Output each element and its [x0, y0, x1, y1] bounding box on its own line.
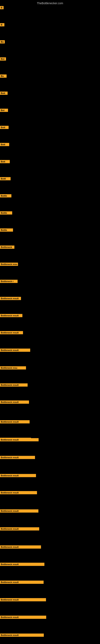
bar-item: Bottleneck result — [0, 438, 39, 442]
bar-label: Bottleneck result — [0, 563, 44, 566]
bar-label: Bottleneck result — [0, 314, 22, 317]
bar-label: Bo — [0, 74, 7, 78]
bar-label: Bottle — [0, 194, 11, 198]
bar-item: Bottleneck result — [0, 474, 36, 478]
bar-item: Bottleneck result — [0, 331, 23, 335]
bar-label: Bottleneck result — [0, 598, 46, 601]
bar-label: Bottle — [0, 211, 12, 214]
bar-label: Bott — [0, 92, 8, 95]
bar-label: Bottleneck r — [0, 280, 18, 283]
bar-item: Bottleneck result — [0, 348, 30, 352]
bar-item: Bottleneck result — [0, 384, 28, 388]
bar-label: Bottleneck result — [0, 546, 41, 548]
bar-label: B — [0, 6, 3, 9]
bar-item: Bo — [0, 40, 5, 44]
bar-item: Bottleneck — [0, 246, 14, 250]
bar-item: Bottleneck result — [0, 491, 37, 495]
bar-item: Bottle — [0, 194, 11, 198]
bar-item: Bottleneck r — [0, 280, 18, 284]
bar-label: Bot — [0, 109, 8, 112]
bar-item: Bottleneck result — [0, 580, 44, 585]
bar-label: Bottleneck result — [0, 297, 21, 300]
bar-item: Bottleneck result — [0, 314, 22, 318]
bar-item: Bottleneck result — [0, 616, 46, 620]
bar-label: Bottleneck result — [0, 400, 29, 404]
bar-label: Bottleneck result — [0, 509, 38, 512]
bar-item: Bottleneck result — [0, 297, 21, 301]
bar-item: Bott — [0, 126, 9, 130]
bar-label: Bo — [0, 40, 5, 44]
bar-label: Bott — [0, 126, 9, 129]
bar-item: Bot — [0, 57, 6, 62]
bar-label: Bottleneck result — [0, 438, 39, 441]
bar-label: Bottleneck result — [0, 331, 23, 334]
bar-item: Bot — [0, 109, 8, 113]
bar-item: Bottleneck result — [0, 563, 44, 567]
site-title: TheBottlenecker.com — [0, 0, 100, 6]
bar-item: Bo — [0, 74, 7, 78]
bar-item: Bottleneck result — [0, 634, 44, 638]
bar-label: Bott — [0, 143, 9, 146]
bar-item: Bottleneck result — [0, 420, 30, 424]
bar-label: B — [0, 23, 4, 26]
bar-item: Bott — [0, 143, 9, 147]
bar-item: Bottleneck result — [0, 598, 46, 602]
bar-label: Bottleneck result — [0, 634, 44, 637]
bar-item: Bottleneck result — [0, 456, 35, 460]
bar-label: Bottleneck result — [0, 348, 30, 352]
bar-label: Bottleneck result — [0, 616, 46, 619]
bar-item: Bottl — [0, 177, 11, 181]
bar-label: Bot — [0, 57, 6, 60]
bar-item: Bott — [0, 160, 10, 164]
bar-label: Bottleneck result — [0, 420, 30, 424]
bar-item: Bottleneck result — [0, 527, 39, 531]
bar-item: Bott — [0, 92, 8, 96]
bar-label: Bottleneck result — [0, 456, 35, 459]
bar-item: Bottleneck result — [0, 400, 29, 404]
bar-label: Bottl — [0, 177, 11, 180]
bar-item: Bottle — [0, 228, 13, 232]
bar-label: Bottleneck resu — [0, 366, 26, 370]
bar-label: Bott — [0, 160, 10, 163]
bar-label: Bottleneck result — [0, 474, 36, 477]
bar-label: Bottle — [0, 228, 13, 232]
bar-item: Bottleneck result — [0, 546, 41, 550]
bar-label: Bottleneck result — [0, 384, 28, 386]
bar-label: Bottleneck result — [0, 491, 37, 494]
bar-item: Bottleneck result — [0, 509, 38, 514]
bar-label: Bottleneck result — [0, 580, 44, 584]
bar-label: Bottleneck resu — [0, 263, 18, 266]
bar-item: Bottle — [0, 211, 12, 215]
bar-label: Bottleneck result — [0, 527, 39, 530]
bar-item: B — [0, 23, 4, 27]
bar-label: Bottleneck — [0, 246, 14, 249]
bar-item: Bottleneck resu — [0, 263, 18, 267]
bar-item: Bottleneck resu — [0, 366, 26, 370]
bar-item: B — [0, 6, 3, 10]
